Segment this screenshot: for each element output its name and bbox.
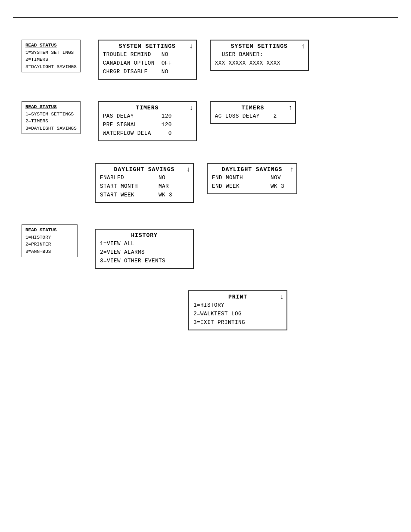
panel-row-h-1: 1=VIEW ALL (100, 240, 189, 248)
page-content: READ STATUS 1=SYSTEM SETTINGS 2=TIMERS 3… (0, 18, 411, 361)
panel-title-p: PRINT (193, 294, 282, 300)
menu-title-2: READ STATUS (25, 103, 77, 111)
panel-row-p-3: 3=EXIT PRINTING (193, 318, 282, 327)
daylight-panel-2: DAYLIGHT SAVINGS ↑ END MONTH NOV END WEE… (207, 163, 297, 194)
menu-item-2-3: 3=DAYLIGHT SAVINGS (25, 125, 77, 132)
daylight-panels: DAYLIGHT SAVINGS ↓ ENABLED NO START MONT… (95, 163, 297, 203)
system-settings-panel-2: SYSTEM SETTINGS ↑ USER BANNER: XXX XXXXX… (210, 40, 309, 71)
scroll-down-icon-p: ↓ (280, 294, 284, 301)
daylight-section: DAYLIGHT SAVINGS ↓ ENABLED NO START MONT… (95, 163, 394, 203)
system-settings-panels: SYSTEM SETTINGS ↓ TROUBLE REMIND NO CANA… (98, 40, 309, 80)
history-menu: READ STATUS 1=HISTORY 2=PRINTER 3=ANN-BU… (22, 224, 78, 257)
panel-row-ss1-2: CANADIAN OPTION OFF (103, 59, 192, 68)
timers-menu: READ STATUS 1=SYSTEM SETTINGS 2=TIMERS 3… (22, 101, 81, 134)
panel-title-d2: DAYLIGHT SAVINGS (212, 166, 292, 173)
panel-row-ss2-2: XXX XXXXX XXXX XXXX (215, 59, 304, 68)
panel-row-d1-1: ENABLED NO (100, 174, 189, 182)
daylight-panel-1: DAYLIGHT SAVINGS ↓ ENABLED NO START MONT… (95, 163, 194, 203)
menu-title-3: READ STATUS (25, 227, 74, 234)
panel-row-ss1-3: CHRGR DISABLE NO (103, 68, 192, 76)
system-settings-section: READ STATUS 1=SYSTEM SETTINGS 2=TIMERS 3… (22, 40, 394, 80)
timers-panel-2: TIMERS ↑ AC LOSS DELAY 2 (210, 101, 296, 124)
panel-title-d1: DAYLIGHT SAVINGS (100, 166, 189, 173)
menu-item-1-1: 1=SYSTEM SETTINGS (25, 49, 77, 56)
panel-row-d2-2: END WEEK WK 3 (212, 182, 292, 191)
panel-row-p-2: 2=WALKTEST LOG (193, 310, 282, 318)
panel-title-t1: TIMERS (103, 105, 192, 111)
print-section: PRINT ↓ 1=HISTORY 2=WALKTEST LOG 3=EXIT … (17, 290, 394, 330)
timers-panels: TIMERS ↓ PAS DELAY 120 PRE SIGNAL 120 WA… (98, 101, 296, 141)
scroll-up-icon-t2: ↑ (288, 105, 293, 112)
system-settings-menu: READ STATUS 1=SYSTEM SETTINGS 2=TIMERS 3… (22, 40, 81, 72)
scroll-down-icon-d1: ↓ (186, 166, 190, 173)
timers-section: READ STATUS 1=SYSTEM SETTINGS 2=TIMERS 3… (22, 101, 394, 141)
menu-item-1-2: 2=TIMERS (25, 56, 77, 63)
panel-row-ss2-1: USER BANNER: (215, 50, 304, 59)
scroll-up-icon-ss2: ↑ (301, 43, 305, 50)
panel-title-ss2: SYSTEM SETTINGS (215, 43, 304, 50)
menu-item-3-1: 1=HISTORY (25, 234, 74, 241)
menu-item-3-2: 2=PRINTER (25, 241, 74, 248)
timers-panel-1: TIMERS ↓ PAS DELAY 120 PRE SIGNAL 120 WA… (98, 101, 197, 141)
panel-row-d1-2: START MONTH MAR (100, 182, 189, 191)
panel-title-h: HISTORY (100, 232, 189, 239)
panel-row-t1-3: WATERFLOW DELA 0 (103, 129, 192, 138)
menu-item-2-1: 1=SYSTEM SETTINGS (25, 111, 77, 118)
panel-title-ss1: SYSTEM SETTINGS (103, 43, 192, 50)
menu-item-1-3: 3=DAYLIGHT SAVINGS (25, 63, 77, 71)
menu-title-1: READ STATUS (25, 42, 77, 49)
panel-row-p-1: 1=HISTORY (193, 301, 282, 310)
print-panel: PRINT ↓ 1=HISTORY 2=WALKTEST LOG 3=EXIT … (188, 290, 287, 330)
scroll-down-icon-t1: ↓ (189, 105, 193, 112)
panel-row-h-3: 3=VIEW OTHER EVENTS (100, 257, 189, 265)
scroll-down-icon-ss1: ↓ (189, 43, 193, 50)
panel-row-t1-2: PRE SIGNAL 120 (103, 121, 192, 129)
history-panel: HISTORY 1=VIEW ALL 2=VIEW ALARMS 3=VIEW … (95, 229, 194, 269)
system-settings-panel-1: SYSTEM SETTINGS ↓ TROUBLE REMIND NO CANA… (98, 40, 197, 80)
menu-item-2-2: 2=TIMERS (25, 118, 77, 125)
panel-title-t2: TIMERS (215, 105, 291, 111)
history-section: READ STATUS 1=HISTORY 2=PRINTER 3=ANN-BU… (22, 224, 394, 269)
panel-row-d2-1: END MONTH NOV (212, 174, 292, 182)
panel-row-ss1-1: TROUBLE REMIND NO (103, 50, 192, 59)
panel-row-d1-3: START WEEK WK 3 (100, 191, 189, 199)
menu-item-3-3: 3=ANN-BUS (25, 248, 74, 255)
panel-row-t2-1: AC LOSS DELAY 2 (215, 112, 291, 121)
panel-row-h-2: 2=VIEW ALARMS (100, 248, 189, 257)
panel-row-t1-1: PAS DELAY 120 (103, 112, 192, 121)
scroll-up-icon-d2: ↑ (290, 166, 294, 173)
